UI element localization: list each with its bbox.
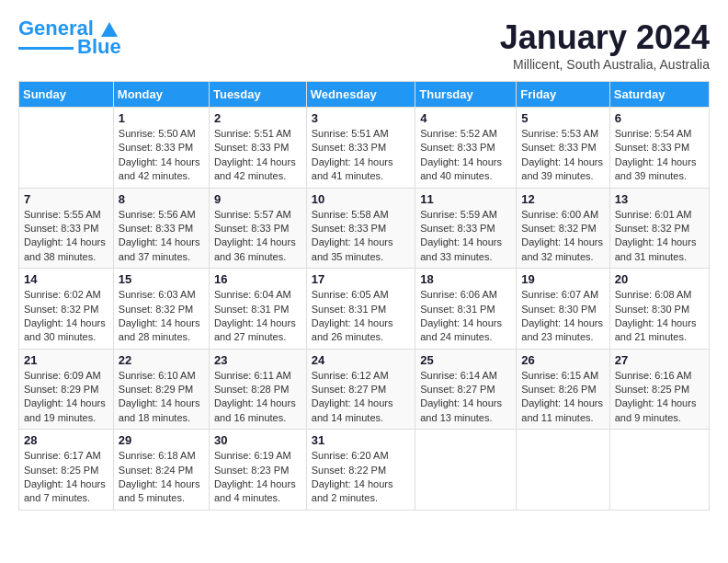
sunset-text: Sunset: 8:33 PM <box>420 222 511 236</box>
day-info: Sunrise: 5:58 AMSunset: 8:33 PMDaylight:… <box>312 208 410 265</box>
calendar-cell: 26Sunrise: 6:15 AMSunset: 8:26 PMDayligh… <box>517 349 609 430</box>
calendar-week-row-5: 28Sunrise: 6:17 AMSunset: 8:25 PMDayligh… <box>19 430 710 511</box>
day-number: 22 <box>119 353 204 367</box>
day-info: Sunrise: 6:17 AMSunset: 8:25 PMDaylight:… <box>24 449 108 506</box>
sunset-text: Sunset: 8:27 PM <box>312 383 410 396</box>
day-info: Sunrise: 6:08 AMSunset: 8:30 PMDaylight:… <box>615 288 704 345</box>
calendar-cell: 11Sunrise: 5:59 AMSunset: 8:33 PMDayligh… <box>415 188 517 269</box>
sunrise-text: Sunrise: 6:18 AM <box>119 449 204 463</box>
sunrise-text: Sunrise: 6:03 AM <box>119 288 204 302</box>
day-number: 7 <box>24 192 108 206</box>
daylight-text: Daylight: 14 hours and 28 minutes. <box>119 316 204 345</box>
calendar-cell: 18Sunrise: 6:06 AMSunset: 8:31 PMDayligh… <box>415 269 517 350</box>
day-info: Sunrise: 5:54 AMSunset: 8:33 PMDaylight:… <box>615 127 704 184</box>
daylight-text: Daylight: 14 hours and 35 minutes. <box>312 236 410 264</box>
sunset-text: Sunset: 8:33 PM <box>24 222 108 236</box>
calendar-cell: 6Sunrise: 5:54 AMSunset: 8:33 PMDaylight… <box>609 108 709 189</box>
calendar-cell: 7Sunrise: 5:55 AMSunset: 8:33 PMDaylight… <box>19 188 114 269</box>
sunrise-text: Sunrise: 6:20 AM <box>312 449 410 463</box>
calendar-week-row-4: 21Sunrise: 6:09 AMSunset: 8:29 PMDayligh… <box>19 349 710 430</box>
daylight-text: Daylight: 14 hours and 19 minutes. <box>24 396 108 425</box>
sunset-text: Sunset: 8:24 PM <box>119 464 204 477</box>
calendar-cell: 9Sunrise: 5:57 AMSunset: 8:33 PMDaylight… <box>209 188 306 269</box>
sunrise-text: Sunrise: 6:10 AM <box>119 369 204 383</box>
daylight-text: Daylight: 14 hours and 41 minutes. <box>312 155 410 184</box>
day-number: 24 <box>312 353 410 367</box>
day-number: 15 <box>119 272 204 286</box>
sunrise-text: Sunrise: 5:56 AM <box>119 208 204 222</box>
daylight-text: Daylight: 14 hours and 13 minutes. <box>420 396 511 425</box>
day-number: 2 <box>214 111 301 125</box>
sunset-text: Sunset: 8:33 PM <box>312 222 410 236</box>
daylight-text: Daylight: 14 hours and 4 minutes. <box>214 477 301 506</box>
day-info: Sunrise: 5:59 AMSunset: 8:33 PMDaylight:… <box>420 208 511 265</box>
sunrise-text: Sunrise: 5:50 AM <box>119 127 204 141</box>
calendar-cell: 19Sunrise: 6:07 AMSunset: 8:30 PMDayligh… <box>517 269 609 350</box>
sunrise-text: Sunrise: 6:19 AM <box>214 449 301 463</box>
daylight-text: Daylight: 14 hours and 39 minutes. <box>615 155 704 184</box>
sunrise-text: Sunrise: 5:55 AM <box>24 208 108 222</box>
sunset-text: Sunset: 8:28 PM <box>214 383 301 396</box>
calendar-cell: 5Sunrise: 5:53 AMSunset: 8:33 PMDaylight… <box>517 108 609 189</box>
sunset-text: Sunset: 8:32 PM <box>521 222 604 236</box>
day-info: Sunrise: 6:18 AMSunset: 8:24 PMDaylight:… <box>119 449 204 506</box>
day-info: Sunrise: 6:20 AMSunset: 8:22 PMDaylight:… <box>312 449 410 506</box>
day-info: Sunrise: 5:56 AMSunset: 8:33 PMDaylight:… <box>119 208 204 265</box>
sunrise-text: Sunrise: 6:17 AM <box>24 449 108 463</box>
calendar-cell <box>415 430 517 511</box>
daylight-text: Daylight: 14 hours and 38 minutes. <box>24 236 108 264</box>
day-number: 28 <box>24 433 108 447</box>
sunset-text: Sunset: 8:33 PM <box>214 222 301 236</box>
daylight-text: Daylight: 14 hours and 14 minutes. <box>312 396 410 425</box>
sunset-text: Sunset: 8:33 PM <box>521 141 604 155</box>
sunrise-text: Sunrise: 6:08 AM <box>615 288 704 302</box>
calendar-cell: 8Sunrise: 5:56 AMSunset: 8:33 PMDaylight… <box>113 188 209 269</box>
sunrise-text: Sunrise: 6:12 AM <box>312 369 410 383</box>
day-info: Sunrise: 6:00 AMSunset: 8:32 PMDaylight:… <box>521 208 604 265</box>
sunrise-text: Sunrise: 5:57 AM <box>214 208 301 222</box>
col-monday: Monday <box>113 82 209 108</box>
day-number: 4 <box>420 111 511 125</box>
day-info: Sunrise: 6:02 AMSunset: 8:32 PMDaylight:… <box>24 288 108 345</box>
sunrise-text: Sunrise: 5:58 AM <box>312 208 410 222</box>
sunrise-text: Sunrise: 6:07 AM <box>521 288 604 302</box>
sunset-text: Sunset: 8:23 PM <box>214 464 301 477</box>
day-number: 10 <box>312 192 410 206</box>
day-number: 16 <box>214 272 301 286</box>
sunrise-text: Sunrise: 6:00 AM <box>521 208 604 222</box>
day-number: 27 <box>615 353 704 367</box>
calendar-cell <box>517 430 609 511</box>
col-friday: Friday <box>517 82 609 108</box>
day-info: Sunrise: 6:03 AMSunset: 8:32 PMDaylight:… <box>119 288 204 345</box>
day-info: Sunrise: 6:05 AMSunset: 8:31 PMDaylight:… <box>312 288 410 345</box>
calendar-cell: 21Sunrise: 6:09 AMSunset: 8:29 PMDayligh… <box>19 349 114 430</box>
sunset-text: Sunset: 8:33 PM <box>119 222 204 236</box>
calendar-cell: 4Sunrise: 5:52 AMSunset: 8:33 PMDaylight… <box>415 108 517 189</box>
day-info: Sunrise: 6:19 AMSunset: 8:23 PMDaylight:… <box>214 449 301 506</box>
sunrise-text: Sunrise: 6:04 AM <box>214 288 301 302</box>
calendar-cell: 29Sunrise: 6:18 AMSunset: 8:24 PMDayligh… <box>113 430 209 511</box>
calendar-cell: 2Sunrise: 5:51 AMSunset: 8:33 PMDaylight… <box>209 108 306 189</box>
daylight-text: Daylight: 14 hours and 2 minutes. <box>312 477 410 506</box>
sunset-text: Sunset: 8:33 PM <box>214 141 301 155</box>
daylight-text: Daylight: 14 hours and 5 minutes. <box>119 477 204 506</box>
day-number: 6 <box>615 111 704 125</box>
daylight-text: Daylight: 14 hours and 42 minutes. <box>214 155 301 184</box>
sunrise-text: Sunrise: 5:51 AM <box>312 127 410 141</box>
daylight-text: Daylight: 14 hours and 26 minutes. <box>312 316 410 345</box>
day-number: 12 <box>521 192 604 206</box>
calendar-cell: 31Sunrise: 6:20 AMSunset: 8:22 PMDayligh… <box>306 430 415 511</box>
header: General Blue January 2024 Millicent, Sou… <box>18 18 710 72</box>
sunset-text: Sunset: 8:30 PM <box>615 303 704 316</box>
calendar-cell: 13Sunrise: 6:01 AMSunset: 8:32 PMDayligh… <box>609 188 709 269</box>
sunrise-text: Sunrise: 6:05 AM <box>312 288 410 302</box>
calendar-table: Sunday Monday Tuesday Wednesday Thursday… <box>18 81 710 511</box>
day-info: Sunrise: 6:16 AMSunset: 8:25 PMDaylight:… <box>615 369 704 426</box>
sunrise-text: Sunrise: 6:11 AM <box>214 369 301 383</box>
sunset-text: Sunset: 8:33 PM <box>420 141 511 155</box>
day-info: Sunrise: 6:06 AMSunset: 8:31 PMDaylight:… <box>420 288 511 345</box>
calendar-cell <box>19 108 114 189</box>
daylight-text: Daylight: 14 hours and 39 minutes. <box>521 155 604 184</box>
sunset-text: Sunset: 8:25 PM <box>24 464 108 477</box>
sunrise-text: Sunrise: 5:59 AM <box>420 208 511 222</box>
